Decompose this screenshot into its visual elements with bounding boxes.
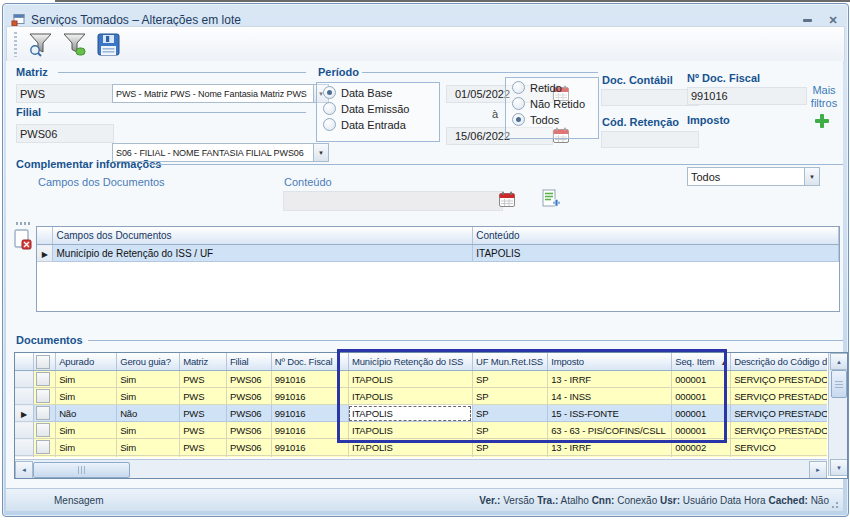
- select-all-header[interactable]: [33, 353, 55, 371]
- table-row[interactable]: ▶NãoNãoPWSPWS06991016ITAPOLISSP15 - ISS-…: [15, 405, 827, 422]
- table-cell[interactable]: PWS: [180, 371, 227, 388]
- table-row[interactable]: SimSimPWSPWS06991016ITAPOLISSP63 - 63 - …: [15, 422, 827, 439]
- vertical-scroll-thumb[interactable]: [831, 370, 847, 398]
- table-cell[interactable]: ITAPOLIS: [348, 422, 472, 439]
- table-cell[interactable]: PWS06: [226, 371, 271, 388]
- table-cell[interactable]: SERVIÇO PRESTADO 1: [731, 405, 827, 422]
- row-indicator[interactable]: [15, 388, 33, 405]
- table-cell[interactable]: 13 - IRRF: [548, 439, 672, 456]
- row-checkbox-cell[interactable]: [33, 388, 55, 405]
- add-field-button[interactable]: [540, 188, 560, 212]
- table-cell[interactable]: SERVIÇO PRESTADO 1: [731, 371, 827, 388]
- table-cell[interactable]: 15 - ISS-FONTE: [548, 405, 672, 422]
- filial-code-field[interactable]: PWS06: [16, 124, 114, 143]
- radio-data-entrada[interactable]: Data Entrada: [323, 118, 439, 131]
- column-header[interactable]: Matriz: [180, 353, 227, 371]
- table-cell[interactable]: Sim: [117, 422, 180, 439]
- checkbox-icon[interactable]: [36, 372, 50, 386]
- matriz-select[interactable]: PWS - Matriz PWS - Nome Fantasia Matriz …: [112, 84, 329, 103]
- table-cell[interactable]: SERVICO: [731, 439, 827, 456]
- radio-retido[interactable]: Retido: [512, 81, 598, 94]
- conteudo-field[interactable]: [283, 191, 503, 211]
- table-row[interactable]: ▶Município de Retenção do ISS / UFITAPOL…: [37, 245, 839, 262]
- horizontal-scroll-thumb[interactable]: [33, 462, 130, 478]
- table-cell[interactable]: PWS06: [226, 388, 271, 405]
- column-header[interactable]: Campos dos Documentos: [53, 227, 473, 245]
- filter-search-button[interactable]: [25, 30, 55, 60]
- table-cell[interactable]: SERVIÇO PRESTADO 1: [731, 388, 827, 405]
- column-header[interactable]: Filial: [226, 353, 271, 371]
- chevron-down-icon[interactable]: ▼: [313, 144, 328, 161]
- table-cell[interactable]: Sim: [56, 422, 117, 439]
- radio-data-emissao[interactable]: Data Emissão: [323, 102, 439, 115]
- table-cell[interactable]: 63 - 63 - PIS/COFINS/CSLL: [548, 422, 672, 439]
- row-checkbox-cell[interactable]: [33, 371, 55, 388]
- table-row[interactable]: SimSimPWSPWS06991016ITAPOLISSP14 - INSS0…: [15, 388, 827, 405]
- table-cell[interactable]: 000001: [672, 371, 731, 388]
- row-indicator[interactable]: [15, 371, 33, 388]
- radio-off-icon[interactable]: [512, 81, 525, 94]
- table-cell[interactable]: 000001: [672, 422, 731, 439]
- table-row[interactable]: SimSimPWSPWS06991016ITAPOLISSP13 - IRRF0…: [15, 371, 827, 388]
- table-cell[interactable]: SP: [472, 439, 547, 456]
- table-cell[interactable]: 000001: [672, 405, 731, 422]
- table-cell[interactable]: SP: [472, 388, 547, 405]
- row-checkbox-cell[interactable]: [33, 405, 55, 422]
- table-cell[interactable]: PWS: [180, 388, 227, 405]
- checkbox-icon[interactable]: [36, 389, 50, 403]
- save-button[interactable]: [93, 30, 123, 60]
- column-header[interactable]: Seq. Item▲: [672, 353, 731, 371]
- checkbox-icon[interactable]: [36, 423, 50, 437]
- table-cell[interactable]: 991016: [271, 439, 348, 456]
- column-header[interactable]: Descrição do Código d: [731, 353, 827, 371]
- row-indicator[interactable]: [15, 439, 33, 456]
- table-cell[interactable]: ITAPOLIS: [348, 405, 472, 422]
- table-cell[interactable]: ITAPOLIS: [473, 245, 839, 262]
- row-indicator[interactable]: ▶: [15, 405, 33, 422]
- table-cell[interactable]: SP: [472, 371, 547, 388]
- radio-on-icon[interactable]: [323, 86, 336, 99]
- table-cell[interactable]: 991016: [271, 388, 348, 405]
- table-cell[interactable]: ITAPOLIS: [348, 439, 472, 456]
- table-cell[interactable]: Sim: [117, 388, 180, 405]
- table-cell[interactable]: Sim: [117, 371, 180, 388]
- scroll-right-icon[interactable]: ►: [809, 461, 827, 479]
- table-cell[interactable]: 000001: [672, 388, 731, 405]
- table-cell[interactable]: SP: [472, 405, 547, 422]
- doc-contabil-field[interactable]: [601, 89, 699, 106]
- row-indicator[interactable]: [15, 422, 33, 439]
- column-header[interactable]: Apurado: [56, 353, 117, 371]
- column-header[interactable]: Nº Doc. Fiscal: [271, 353, 348, 371]
- table-cell[interactable]: 991016: [271, 371, 348, 388]
- radio-off-icon[interactable]: [323, 102, 336, 115]
- checkbox-icon[interactable]: [36, 406, 50, 420]
- filter-apply-button[interactable]: [59, 30, 89, 60]
- toolbar-grip[interactable]: [14, 32, 17, 57]
- column-header[interactable]: Conteúdo: [473, 227, 839, 245]
- table-cell[interactable]: SP: [472, 422, 547, 439]
- radio-on-icon[interactable]: [512, 113, 525, 126]
- scroll-down-icon[interactable]: ▼: [830, 459, 848, 476]
- imposto-select[interactable]: Todos ▼: [687, 167, 820, 186]
- add-filter-button[interactable]: [814, 113, 830, 133]
- table-cell[interactable]: Sim: [56, 388, 117, 405]
- column-header[interactable]: Gerou guia?: [117, 353, 180, 371]
- scroll-left-icon[interactable]: ◄: [15, 461, 33, 479]
- radio-nao-retido[interactable]: Não Retido: [512, 97, 598, 110]
- table-cell[interactable]: ITAPOLIS: [348, 371, 472, 388]
- table-cell[interactable]: 14 - INSS: [548, 388, 672, 405]
- table-cell[interactable]: Sim: [56, 439, 117, 456]
- radio-data-base[interactable]: Data Base: [323, 86, 439, 99]
- radio-todos[interactable]: Todos: [512, 113, 598, 126]
- table-row[interactable]: SimSimPWSPWS06991016ITAPOLISSP13 - IRRF0…: [15, 439, 827, 456]
- table-cell[interactable]: 000002: [672, 439, 731, 456]
- doc-fiscal-field[interactable]: 991016: [687, 87, 807, 105]
- table-cell[interactable]: Sim: [56, 371, 117, 388]
- table-cell[interactable]: Município de Retenção do ISS / UF: [53, 245, 473, 262]
- matriz-code-field[interactable]: PWS: [16, 84, 114, 103]
- table-cell[interactable]: PWS: [180, 422, 227, 439]
- column-header[interactable]: Município Retenção do ISS: [348, 353, 472, 371]
- table-cell[interactable]: PWS06: [226, 422, 271, 439]
- checkbox-icon[interactable]: [36, 440, 50, 454]
- horizontal-scrollbar[interactable]: ◄ ►: [15, 459, 827, 478]
